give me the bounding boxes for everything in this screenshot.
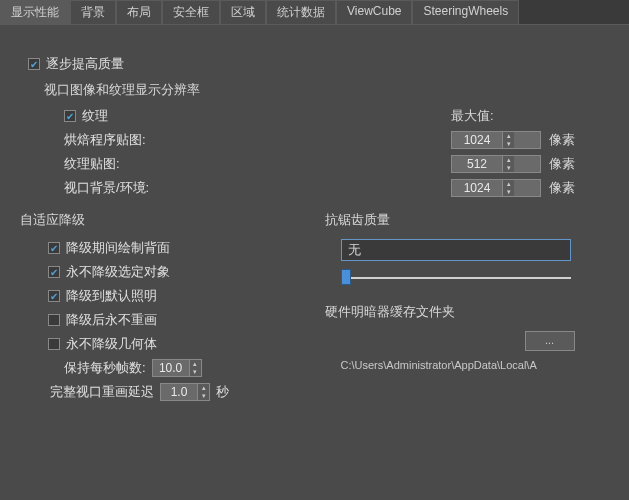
browse-button[interactable]: ... [525,331,575,351]
aa-dropdown[interactable]: 无 [341,239,571,261]
degrade-item-label: 永不降级几何体 [66,335,157,353]
baked-maps-label: 烘焙程序贴图: [64,131,443,149]
tab-2[interactable]: 布局 [116,0,162,24]
unit-pixels: 像素 [549,155,599,173]
degrade-item-label: 降级到默认照明 [66,287,157,305]
chevron-up-icon[interactable]: ▴ [503,132,514,140]
viewport-bg-spinner[interactable]: 1024 ▴▾ [451,179,541,197]
tab-5[interactable]: 统计数据 [266,0,336,24]
degrade-item-1: ✔永不降级选定对象 [48,263,305,281]
tab-3[interactable]: 安全框 [162,0,220,24]
progressive-checkbox[interactable]: ✔ [28,58,40,70]
resolution-grid: ✔ 纹理 最大值: 烘焙程序贴图: 1024 ▴▾ 像素 纹理贴图: 512 ▴… [48,107,599,197]
viewport-bg-label: 视口背景/环境: [64,179,443,197]
chevron-down-icon[interactable]: ▾ [190,368,201,376]
tab-4[interactable]: 区域 [220,0,266,24]
tabs-bar: 显示性能背景布局安全框区域统计数据ViewCubeSteeringWheels [0,0,629,25]
tab-1[interactable]: 背景 [70,0,116,24]
degrade-item-4: 永不降级几何体 [48,335,305,353]
redraw-label: 完整视口重画延迟 [50,383,154,401]
chevron-up-icon[interactable]: ▴ [503,180,514,188]
antialias-panel: 抗锯齿质量 无 硬件明暗器缓存文件夹 ... C:\Users\Administ… [325,211,610,407]
content-area: ✔ 逐步提高质量 视口图像和纹理显示分辨率 ✔ 纹理 最大值: 烘焙程序贴图: … [0,25,629,417]
unit-pixels: 像素 [549,131,599,149]
redraw-unit: 秒 [216,383,229,401]
resolution-section-title: 视口图像和纹理显示分辨率 [44,81,609,99]
redraw-spinner[interactable]: 1.0 ▴▾ [160,383,210,401]
fps-spinner[interactable]: 10.0 ▴▾ [152,359,202,377]
tab-6[interactable]: ViewCube [336,0,412,24]
texture-maps-spinner[interactable]: 512 ▴▾ [451,155,541,173]
degrade-item-3: 降级后永不重画 [48,311,305,329]
chevron-down-icon[interactable]: ▾ [503,188,514,196]
degrade-item-2: ✔降级到默认照明 [48,287,305,305]
unit-pixels: 像素 [549,179,599,197]
chevron-down-icon[interactable]: ▾ [503,140,514,148]
texture-label: 纹理 [82,107,108,125]
chevron-up-icon[interactable]: ▴ [190,360,201,368]
degrade-checkbox-1[interactable]: ✔ [48,266,60,278]
chevron-up-icon[interactable]: ▴ [503,156,514,164]
degrade-checkbox-3[interactable] [48,314,60,326]
degrade-title: 自适应降级 [20,211,305,229]
chevron-down-icon[interactable]: ▾ [198,392,209,400]
degrade-checkbox-4[interactable] [48,338,60,350]
chevron-down-icon[interactable]: ▾ [503,164,514,172]
texture-maps-label: 纹理贴图: [64,155,443,173]
baked-maps-spinner[interactable]: 1024 ▴▾ [451,131,541,149]
degrade-item-label: 永不降级选定对象 [66,263,170,281]
chevron-up-icon[interactable]: ▴ [198,384,209,392]
cache-title: 硬件明暗器缓存文件夹 [325,303,610,321]
slider-thumb[interactable] [341,269,351,285]
degrade-item-0: ✔降级期间绘制背面 [48,239,305,257]
tab-7[interactable]: SteeringWheels [412,0,519,24]
degrade-item-label: 降级期间绘制背面 [66,239,170,257]
texture-checkbox[interactable]: ✔ [64,110,76,122]
aa-slider[interactable] [341,267,571,287]
max-value-header: 最大值: [451,107,541,125]
tab-0[interactable]: 显示性能 [0,0,70,24]
fps-label: 保持每秒帧数: [64,359,146,377]
progressive-label: 逐步提高质量 [46,55,124,73]
aa-title: 抗锯齿质量 [325,211,610,229]
degrade-checkbox-2[interactable]: ✔ [48,290,60,302]
degrade-checkbox-0[interactable]: ✔ [48,242,60,254]
aa-value: 无 [348,241,361,259]
adaptive-degrade-panel: 自适应降级 ✔降级期间绘制背面✔永不降级选定对象✔降级到默认照明降级后永不重画永… [20,211,305,407]
degrade-item-label: 降级后永不重画 [66,311,157,329]
cache-path: C:\Users\Administrator\AppData\Local\A [341,359,610,371]
